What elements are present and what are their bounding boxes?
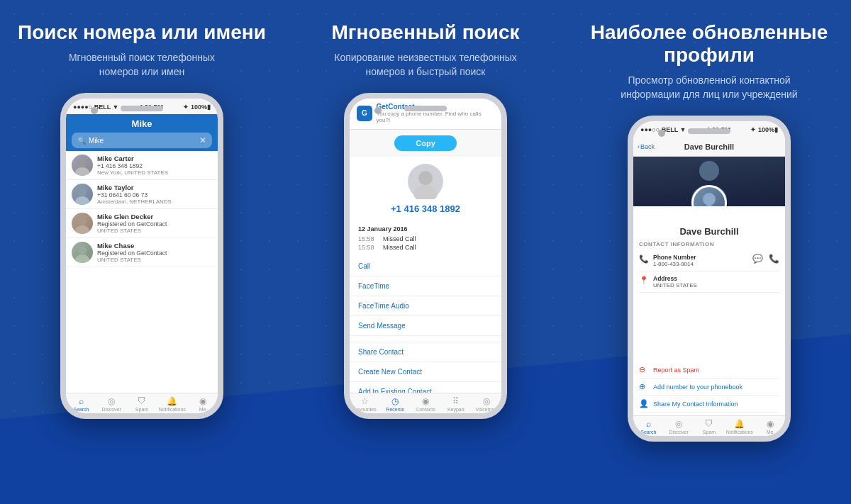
report-spam-row[interactable]: ⊖ Report as Spam	[639, 362, 779, 379]
contact-item-1[interactable]: Mike Carter +1 416 348 1892 New York, UN…	[66, 151, 218, 180]
contact-info-3: Mike Glen Decker Registered on GetContac…	[97, 213, 212, 234]
search-bar-1[interactable]: 🔍 Mike ✕	[72, 133, 212, 148]
tab-search-3[interactable]: ⌕ Search	[633, 419, 664, 435]
tab-recent-2[interactable]: ◷ Recents	[380, 396, 411, 412]
svg-point-7	[75, 254, 89, 263]
action-create-contact[interactable]: Create New Contact	[350, 362, 501, 382]
tab-me-label: Me	[199, 407, 206, 412]
tab-search-icon: ⌕	[79, 396, 84, 406]
action-add-existing[interactable]: Add to Existing Contact	[350, 382, 501, 393]
svg-point-0	[78, 159, 87, 167]
profile-full-name: Dave Burchill	[639, 226, 779, 237]
status-right-3: ✦ 100%▮	[750, 126, 778, 133]
phone-2-screen: G GetContact You copy a phone number. Fi…	[350, 99, 501, 413]
svg-point-10	[699, 161, 719, 181]
contact-loc-3: UNITED STATES	[97, 228, 212, 234]
phone1-nav: Mike 🔍 Mike ✕	[66, 114, 218, 151]
contact-item-3[interactable]: Mike Glen Decker Registered on GetContac…	[66, 209, 218, 238]
search-text-1: Mike	[89, 137, 196, 145]
tab-voicemail-2[interactable]: ◎ Voicemail	[471, 396, 501, 412]
tab-voicemail-icon: ◎	[483, 396, 490, 406]
section-1-title: Поиск номера или имени	[18, 21, 266, 44]
tab-contacts-2[interactable]: ◉ Contacts	[411, 396, 441, 412]
section-2-title: Мгновенный поиск	[332, 21, 520, 44]
phone-1-screen: ●●●●○ BELL ▼ 4:21 PM ✦ 100%▮ Mike 🔍 Mike…	[66, 99, 218, 413]
svg-point-5	[75, 225, 89, 234]
phone3-topbar: ‹ Back Dave Burchill	[633, 137, 785, 157]
contact-loc-1: New York, UNITED STATES	[97, 169, 212, 176]
tab-contacts-label: Contacts	[416, 407, 435, 412]
tab-discover-1[interactable]: ◎ Discover	[96, 396, 127, 412]
action-facetime[interactable]: FaceTime	[350, 276, 501, 296]
tab-me-1[interactable]: ◉ Me	[187, 396, 218, 412]
tab-keypad-2[interactable]: ⠿ Keypad	[440, 396, 471, 412]
avatar-1	[72, 155, 93, 176]
tab-discover-icon-3: ◎	[675, 419, 682, 429]
tab-discover-label-3: Discover	[669, 430, 689, 435]
call-time-1: 15:58	[358, 235, 376, 242]
call-log-item-1: 15:58 Missed Call	[358, 235, 493, 242]
back-label: Back	[640, 143, 655, 150]
tab-search-icon-3: ⌕	[646, 419, 651, 429]
contact-info-section-3: CONTACT INFORMATION 📞 Phone Number 1-800…	[633, 241, 785, 359]
call-icon[interactable]: 📞	[769, 254, 779, 264]
call-log: 12 January 2016 15:58 Missed Call 15:58 …	[350, 221, 501, 257]
tab-notif-1[interactable]: 🔔 Notifications	[157, 396, 187, 412]
contact-info-1: Mike Carter +1 416 348 1892 New York, UN…	[97, 155, 212, 176]
share-contact-row[interactable]: 👤 Share My Contact Information	[639, 396, 779, 413]
action-list-2: Call FaceTime FaceTime Audio Send Messag…	[350, 257, 501, 393]
tab-spam-label: Spam	[135, 407, 148, 412]
contact-item-2[interactable]: Mike Taylor +31 0641 60 06 73 Amsterdam,…	[66, 180, 218, 209]
tab-recent-icon: ◷	[391, 396, 399, 406]
contact-item-4[interactable]: Mike Chase Registered on GetContact UNIT…	[66, 238, 218, 267]
chevron-left-icon: ‹	[638, 143, 640, 150]
action-facetime-audio[interactable]: FaceTime Audio	[350, 296, 501, 316]
contact-name-2: Mike Taylor	[97, 184, 212, 191]
avatar-4	[72, 242, 93, 263]
svg-point-6	[78, 246, 87, 254]
tab-spam-1[interactable]: ⛉ Spam	[127, 396, 157, 412]
action-section-3: ⊖ Report as Spam ⊕ Add number to your ph…	[633, 359, 785, 415]
tab-notif-3[interactable]: 🔔 Notifications	[724, 419, 755, 435]
caller-display: +1 416 348 1892	[350, 157, 501, 221]
app-header-row: G GetContact You copy a phone number. Fi…	[357, 103, 494, 123]
back-button[interactable]: ‹ Back	[638, 143, 655, 150]
tab-fav-icon: ☆	[361, 396, 369, 406]
tab-spam-3[interactable]: ⛉ Spam	[694, 419, 725, 435]
page-contact-name: Dave Burchill	[684, 142, 734, 151]
tab-notif-icon: 🔔	[167, 396, 177, 406]
tab-discover-3[interactable]: ◎ Discover	[664, 419, 694, 435]
tab-voicemail-label: Voicemail	[476, 407, 497, 412]
tab-fav-2[interactable]: ☆ Favourites	[350, 396, 380, 412]
report-spam-label: Report as Spam	[653, 366, 699, 374]
action-call[interactable]: Call	[350, 257, 501, 276]
app-icon: G	[357, 106, 372, 121]
tab-me-3[interactable]: ◉ Me	[755, 419, 785, 435]
call-log-date: 12 January 2016	[358, 225, 493, 233]
status-left-3: ●●●○○ BELL ▼	[640, 126, 686, 133]
copy-button[interactable]: Copy	[394, 135, 457, 151]
tab-me-icon: ◉	[199, 396, 206, 406]
phone-info-actions: 💬 📞	[752, 254, 779, 264]
tab-fav-label: Favourites	[353, 407, 377, 412]
tab-me-icon-3: ◉	[767, 419, 774, 429]
search-icon-1: 🔍	[77, 137, 86, 145]
section-profile: Наиболее обновленные профили Просмотр об…	[567, 0, 851, 504]
contact-name-1: Mike Carter	[97, 155, 212, 162]
tab-notif-label-3: Notifications	[726, 430, 753, 435]
contact-phone-1: +1 416 348 1892	[97, 162, 212, 169]
action-send-message[interactable]: Send Message	[350, 316, 501, 336]
search-clear-1[interactable]: ✕	[199, 135, 206, 145]
tab-me-label-3: Me	[767, 430, 774, 435]
add-phonebook-row[interactable]: ⊕ Add number to your phonebook	[639, 379, 779, 396]
action-divider	[350, 336, 501, 342]
tab-search-1[interactable]: ⌕ Search	[66, 396, 96, 412]
tab-bar-2: ☆ Favourites ◷ Recents ◉ Contacts ⠿ Keyp…	[350, 393, 501, 413]
app-name-2: GetContact You copy a phone number. Find…	[377, 103, 494, 123]
contact-name-4: Mike Chase	[97, 242, 212, 250]
chat-icon[interactable]: 💬	[752, 254, 763, 264]
tab-bar-3: ⌕ Search ◎ Discover ⛉ Spam 🔔 Notificatio…	[633, 415, 785, 436]
phone-info-label: Phone Number	[653, 254, 748, 261]
svg-point-12	[703, 193, 716, 206]
action-share-contact[interactable]: Share Contact	[350, 342, 501, 362]
